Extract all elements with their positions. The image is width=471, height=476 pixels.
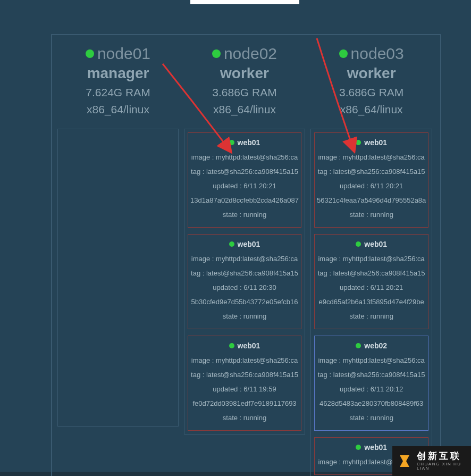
task-image: image : myhttpd:latest@sha256:ca <box>190 150 299 164</box>
task-tag: tag : latest@sha256:ca908f415a15 <box>317 266 426 280</box>
status-dot-icon <box>229 241 234 247</box>
status-dot-icon <box>356 445 361 450</box>
task-card[interactable]: web01image : myhttpd:latest@sha256:catag… <box>188 132 301 228</box>
task-hash: 13d1a87a02d8ccfebb2cda426a087 <box>190 193 299 207</box>
node-header: node03 worker 3.686G RAM x86_64/linux <box>310 45 432 116</box>
tasks-container: web01image : myhttpd:latest@sha256:catag… <box>184 129 305 435</box>
task-state: state : running <box>190 207 299 222</box>
task-tag: tag : latest@sha256:ca908f415a15 <box>190 164 299 179</box>
task-service-name: web01 <box>364 240 387 248</box>
swarm-dashboard: node01 manager 7.624G RAM x86_64/linux n… <box>51 34 441 476</box>
status-dot-icon <box>229 343 234 348</box>
tasks-container <box>57 129 179 427</box>
watermark: 创新互联 CHUANG XIN HU LIAN <box>392 446 471 476</box>
task-tag: tag : latest@sha256:ca908f415a15 <box>317 368 426 382</box>
node-name: node02 <box>224 45 277 63</box>
task-card[interactable]: web01image : myhttpd:latest@sha256:catag… <box>314 234 428 329</box>
node-arch: x86_64/linux <box>57 103 179 116</box>
task-card[interactable]: web01image : myhttpd:latest@sha256:catag… <box>314 132 428 228</box>
node-role: worker <box>184 65 305 82</box>
status-dot-icon <box>356 140 361 145</box>
task-updated: updated : 6/11 20:21 <box>317 280 426 295</box>
node-ram: 7.624G RAM <box>57 86 179 99</box>
task-tag: tag : latest@sha256:ca908f415a15 <box>190 368 299 382</box>
status-dot-icon <box>356 343 361 348</box>
task-updated: updated : 6/11 19:59 <box>190 382 299 396</box>
node-name: node03 <box>351 45 404 63</box>
task-service-name: web01 <box>364 138 387 147</box>
task-image: image : myhttpd:latest@sha256:ca <box>190 252 299 266</box>
task-updated: updated : 6/11 20:30 <box>190 280 299 295</box>
task-state: state : running <box>317 309 426 323</box>
watermark-logo-icon <box>397 453 413 469</box>
status-dot-icon <box>229 140 234 145</box>
task-updated: updated : 6/11 20:12 <box>317 382 426 396</box>
node-header: node01 manager 7.624G RAM x86_64/linux <box>57 45 179 116</box>
task-image: image : myhttpd:latest@sha256:ca <box>317 252 426 266</box>
status-dot-icon <box>212 49 221 58</box>
node-arch: x86_64/linux <box>184 103 305 116</box>
task-service-name: web01 <box>238 138 260 147</box>
watermark-text-cn: 创新互联 <box>417 452 467 461</box>
task-image: image : myhttpd:latest@sha256:ca <box>317 353 426 368</box>
task-card[interactable]: web01image : myhttpd:latest@sha256:catag… <box>188 336 301 431</box>
task-image: image : myhttpd:latest@sha256:ca <box>190 353 299 368</box>
task-service-name: web01 <box>238 341 260 350</box>
node-ram: 3.686G RAM <box>184 86 305 99</box>
task-tag: tag : latest@sha256:ca908f415a15 <box>190 266 299 280</box>
node-column: node02 worker 3.686G RAM x86_64/linux we… <box>184 45 305 476</box>
task-service-name: web02 <box>364 341 387 350</box>
task-updated: updated : 6/11 20:21 <box>190 179 299 193</box>
task-tag: tag : latest@sha256:ca908f415a15 <box>317 164 426 179</box>
task-hash: 5b30cfed9e7d55b43772e05efcb16 <box>190 295 299 309</box>
task-state: state : running <box>190 411 299 425</box>
task-updated: updated : 6/11 20:21 <box>317 179 426 193</box>
node-role: manager <box>57 65 179 82</box>
node-column: node03 worker 3.686G RAM x86_64/linux we… <box>310 45 432 476</box>
task-hash: fe0d72dd03981edf7e9189117693 <box>190 396 299 411</box>
status-dot-icon <box>339 49 348 58</box>
task-hash: 56321c4feaa7a5496d4d795552a8a <box>317 193 426 207</box>
task-hash: e9cd65af2b6a13f5895d47e4f29be <box>317 295 426 309</box>
node-column: node01 manager 7.624G RAM x86_64/linux <box>57 45 179 476</box>
task-card[interactable]: web02image : myhttpd:latest@sha256:catag… <box>314 336 428 431</box>
node-name: node01 <box>97 45 150 63</box>
task-service-name: web01 <box>364 443 387 452</box>
watermark-text-en: CHUANG XIN HU LIAN <box>417 462 467 471</box>
task-hash: 4628d5483ae280370fb808489f63 <box>317 396 426 411</box>
status-dot-icon <box>356 241 361 247</box>
task-card[interactable]: web01image : myhttpd:latest@sha256:catag… <box>188 234 301 329</box>
node-arch: x86_64/linux <box>310 103 432 116</box>
task-image: image : myhttpd:latest@sha256:ca <box>317 150 426 164</box>
tasks-container: web01image : myhttpd:latest@sha256:catag… <box>310 129 432 476</box>
task-state: state : running <box>190 309 299 323</box>
header-white-block <box>190 0 299 4</box>
node-header: node02 worker 3.686G RAM x86_64/linux <box>184 45 305 116</box>
node-ram: 3.686G RAM <box>310 86 432 99</box>
task-state: state : running <box>317 411 426 425</box>
task-state: state : running <box>317 207 426 222</box>
node-role: worker <box>310 65 432 82</box>
task-service-name: web01 <box>238 240 260 248</box>
status-dot-icon <box>86 49 94 58</box>
